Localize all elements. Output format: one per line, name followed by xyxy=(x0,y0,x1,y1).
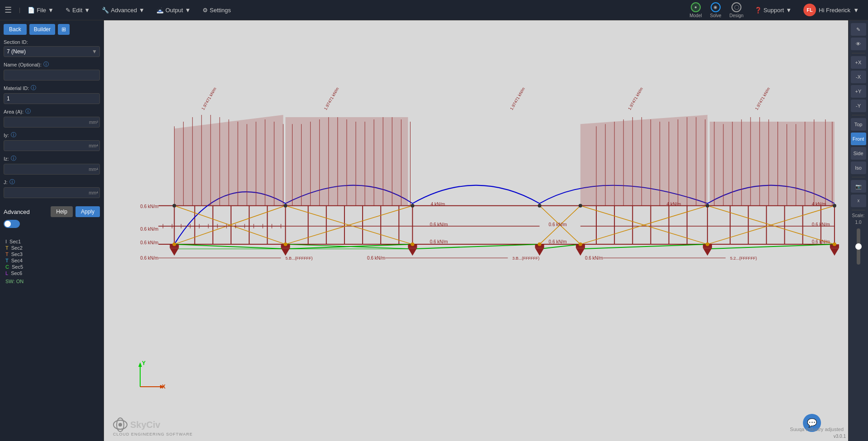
area-info-icon[interactable]: ⓘ xyxy=(25,108,31,115)
area-unit: mm² xyxy=(89,120,98,125)
minus-x-button[interactable]: -X xyxy=(851,71,866,83)
svg-text:0.6 kN/m: 0.6 kN/m xyxy=(367,256,385,261)
solve-icon: ◉ xyxy=(711,2,721,12)
section-id-select[interactable]: 7 (New) xyxy=(4,46,100,57)
svg-text:0.6 kN/m: 0.6 kN/m xyxy=(549,239,567,244)
j-input[interactable] xyxy=(4,187,100,198)
iso-view-button[interactable]: Iso xyxy=(851,161,866,174)
iy-input[interactable] xyxy=(4,140,100,151)
iz-unit: mm⁴ xyxy=(89,167,98,172)
iz-label: Iz: ⓘ xyxy=(4,155,100,162)
scale-slider[interactable] xyxy=(857,228,860,265)
j-unit: mm⁴ xyxy=(89,190,98,195)
visibility-button[interactable]: 👁 xyxy=(851,38,866,50)
toolbar-divider-2 xyxy=(852,115,865,115)
nav-separator: | xyxy=(19,7,20,13)
navbar: ☰ | 📄 File ▼ ✎ Edit ▼ 🔧 Advanced ▼ 🗻 Out… xyxy=(0,0,868,20)
legend-item-5: L Sec6 xyxy=(5,270,98,276)
avatar: FL xyxy=(803,4,816,16)
svg-marker-119 xyxy=(285,117,408,206)
svg-text:0.6 kN/m: 0.6 kN/m xyxy=(430,239,448,244)
svg-point-169 xyxy=(173,242,176,246)
material-id-info-icon[interactable]: ⓘ xyxy=(31,84,36,92)
name-info-icon[interactable]: ⓘ xyxy=(43,61,49,68)
legend-item-1: T Sec2 xyxy=(5,245,98,251)
nav-settings[interactable]: ⚙ Settings xyxy=(198,5,236,15)
advanced-icon: 🔧 xyxy=(102,7,109,14)
svg-text:0.6 kN/m: 0.6 kN/m xyxy=(140,240,158,245)
help-button[interactable]: Help xyxy=(51,206,73,217)
screenshot-button[interactable]: 📷 xyxy=(851,180,866,193)
svg-point-174 xyxy=(706,242,709,246)
material-id-input[interactable] xyxy=(4,93,100,104)
advanced-toggle[interactable] xyxy=(4,220,20,228)
plus-y-button[interactable]: +Y xyxy=(851,85,866,98)
iz-input-wrap: mm⁴ xyxy=(4,164,100,175)
viewport[interactable]: 1.97471 kN/m 1.97471 kN/m 1.97471 kN/m 1… xyxy=(104,20,848,441)
hamburger-icon[interactable]: ☰ xyxy=(5,5,12,15)
iz-input[interactable] xyxy=(4,164,100,175)
nav-file[interactable]: 📄 File ▼ xyxy=(23,5,58,15)
svg-point-166 xyxy=(579,204,582,208)
industry-text: Suuqa Industry adjusted xyxy=(790,427,844,432)
svg-text:0.6 kN/m: 0.6 kN/m xyxy=(585,256,603,261)
top-view-button[interactable]: Top xyxy=(851,118,866,131)
back-button[interactable]: Back xyxy=(4,24,27,35)
builder-button[interactable]: Builder xyxy=(29,24,55,35)
edit-tool-button[interactable]: ✎ xyxy=(851,23,866,36)
mode-solve-btn[interactable]: ◉ Solve xyxy=(706,1,725,19)
j-info-icon[interactable]: ⓘ xyxy=(9,178,15,186)
svg-text:4 kN/m: 4 kN/m xyxy=(667,202,681,207)
support-btn[interactable]: ❓ Support ▼ xyxy=(750,5,796,15)
area-input[interactable] xyxy=(4,117,100,128)
area-input-wrap: mm² xyxy=(4,117,100,128)
sw-label: SW: ON xyxy=(5,279,98,284)
layers-button[interactable]: ☓ xyxy=(851,194,866,207)
section-id-group: Section ID: 7 (New) ▼ xyxy=(4,39,100,57)
svg-point-167 xyxy=(706,204,709,208)
svg-text:0.6 kN/m: 0.6 kN/m xyxy=(812,222,830,227)
svg-point-168 xyxy=(833,204,836,208)
iy-group: Iy: ⓘ mm⁴ xyxy=(4,131,100,151)
svg-text:5.B...(FFFFFF): 5.B...(FFFFFF) xyxy=(285,256,312,261)
apply-button[interactable]: Apply xyxy=(75,206,100,217)
minus-y-button[interactable]: -Y xyxy=(851,100,866,112)
material-id-label: Material ID: ⓘ xyxy=(4,84,100,92)
svg-point-173 xyxy=(579,242,582,246)
right-toolbar: ✎ 👁 +X -X +Y -Y Top Front Side Iso 📷 ☓ S… xyxy=(848,20,868,441)
section-id-label: Section ID: xyxy=(4,39,100,45)
plus-x-button[interactable]: +X xyxy=(851,56,866,69)
version-text: v3.0.1 xyxy=(834,434,846,439)
svg-text:0.6 kN/m: 0.6 kN/m xyxy=(140,204,158,209)
front-view-button[interactable]: Front xyxy=(851,133,866,145)
scale-label: Scale: xyxy=(852,213,865,218)
output-icon: 🗻 xyxy=(156,7,164,14)
nav-edit[interactable]: ✎ Edit ▼ xyxy=(61,5,94,15)
j-input-wrap: mm⁴ xyxy=(4,187,100,198)
scale-value: 1.0 xyxy=(855,220,862,225)
user-menu[interactable]: FL Hi Frederick ▼ xyxy=(799,2,863,18)
grid-button[interactable]: ⊞ xyxy=(58,24,70,35)
svg-text:4 kN/m: 4 kN/m xyxy=(812,202,826,207)
panel-top-row: Back Builder ⊞ xyxy=(4,24,100,35)
name-input[interactable] xyxy=(4,70,100,81)
iy-unit: mm⁴ xyxy=(89,143,98,148)
nav-output[interactable]: 🗻 Output ▼ xyxy=(152,5,195,15)
file-icon: 📄 xyxy=(28,7,35,14)
svg-marker-192 xyxy=(138,362,142,367)
svg-point-171 xyxy=(410,242,414,246)
svg-point-170 xyxy=(283,242,287,246)
mode-model-btn[interactable]: ● Model xyxy=(686,1,705,19)
button-row: Help Apply xyxy=(51,206,100,217)
left-panel: Back Builder ⊞ Section ID: 7 (New) ▼ Nam… xyxy=(0,20,104,441)
mode-design-btn[interactable]: ◯ Design xyxy=(726,1,747,19)
j-label: J: ⓘ xyxy=(4,178,100,186)
iz-info-icon[interactable]: ⓘ xyxy=(11,155,16,162)
iy-info-icon[interactable]: ⓘ xyxy=(11,131,16,139)
side-view-button[interactable]: Side xyxy=(851,147,866,160)
svg-marker-118 xyxy=(175,115,283,206)
nav-advanced[interactable]: 🔧 Advanced ▼ xyxy=(97,5,149,15)
svg-text:X: X xyxy=(162,384,165,390)
svg-text:0.6 kN/m: 0.6 kN/m xyxy=(812,239,830,244)
scale-thumb[interactable] xyxy=(855,243,862,250)
